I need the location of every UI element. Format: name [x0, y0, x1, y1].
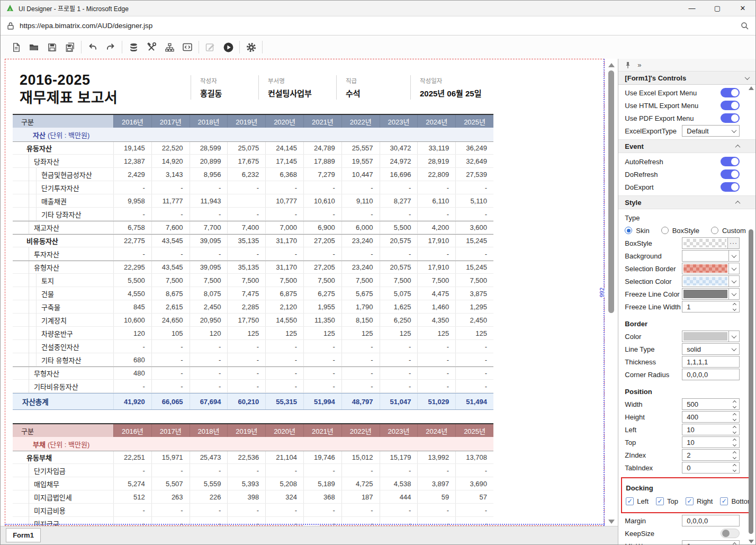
use-pdf-export-menu-toggle[interactable]: [721, 113, 740, 123]
open-file-button[interactable]: [25, 38, 43, 56]
close-button[interactable]: ✕: [730, 1, 755, 16]
chevron-down-icon[interactable]: [728, 263, 739, 274]
minw-spinner[interactable]: 0: [682, 540, 740, 545]
scroll-up-icon[interactable]: [608, 63, 615, 67]
boxstyle-color-picker[interactable]: ···: [682, 237, 740, 249]
left-spinner[interactable]: 10: [682, 424, 740, 435]
checkbox-right[interactable]: ✓: [686, 497, 694, 505]
thickness-input[interactable]: 1,1,1,1: [682, 356, 740, 368]
selection-color-color-picker[interactable]: [682, 275, 740, 287]
spinner-up-icon[interactable]: [732, 302, 736, 306]
pin-icon[interactable]: [625, 61, 631, 69]
design-canvas[interactable]: 2016-2025 재무제표 보고서 작성자 홍길동 부서명 컨설팅사업부 직급…: [1, 59, 618, 545]
canvas-scrollbar[interactable]: [607, 60, 615, 525]
spinner-up-icon[interactable]: [732, 425, 736, 429]
top-spinner[interactable]: 10: [682, 436, 740, 448]
panel-scrollbar[interactable]: [748, 86, 754, 543]
spinner-up-icon[interactable]: [732, 451, 736, 454]
run-button[interactable]: [219, 38, 237, 56]
spinner-down-icon[interactable]: [732, 468, 736, 471]
radio-skin[interactable]: [625, 227, 632, 234]
assets-table[interactable]: 구분2016년2017년2018년2019년2020년2021년2022년202…: [13, 114, 493, 410]
minimize-button[interactable]: —: [679, 1, 705, 16]
panel-header[interactable]: [Form1]'s Controls: [618, 72, 755, 85]
spinner-up-icon[interactable]: [732, 542, 736, 545]
background-color-picker[interactable]: [682, 250, 740, 262]
address-bar[interactable]: https://epa.bimatrix.com/AUD/designer.js…: [1, 16, 755, 35]
settings-button[interactable]: [242, 38, 260, 56]
spinner-down-icon[interactable]: [732, 442, 736, 446]
dorefresh-toggle[interactable]: [721, 169, 740, 179]
design-area[interactable]: 2016-2025 재무제표 보고서 작성자 홍길동 부서명 컨설팅사업부 직급…: [5, 59, 605, 526]
height-spinner[interactable]: 400: [682, 411, 740, 423]
spinner-buttons[interactable]: [730, 437, 739, 448]
scroll-up-icon[interactable]: [749, 86, 754, 90]
spinner-buttons[interactable]: [730, 399, 739, 409]
spinner-buttons[interactable]: [730, 462, 739, 473]
spinner-buttons[interactable]: [730, 541, 739, 545]
sitemap-button[interactable]: [160, 38, 178, 56]
scroll-down-icon[interactable]: [608, 520, 615, 524]
scrollbar-thumb[interactable]: [608, 70, 614, 313]
spinner-buttons[interactable]: [730, 424, 739, 435]
freeze-line-color-color-picker[interactable]: [682, 288, 740, 300]
line-type-select[interactable]: solid: [682, 343, 740, 355]
tools-button[interactable]: [142, 38, 160, 56]
chevron-down-icon[interactable]: [728, 331, 739, 342]
spinner-down-icon[interactable]: [732, 455, 736, 459]
spinner-buttons[interactable]: [730, 412, 739, 422]
selection-border-color-picker[interactable]: [682, 263, 740, 274]
tab-form1[interactable]: Form1: [6, 528, 41, 542]
spinner-down-icon[interactable]: [732, 404, 736, 408]
checkbox-top[interactable]: ✓: [656, 497, 664, 505]
radio-boxstyle[interactable]: [661, 227, 669, 234]
section-header-style[interactable]: Style: [618, 195, 755, 209]
chevron-down-icon[interactable]: [728, 251, 739, 261]
tabindex-spinner[interactable]: 0: [682, 462, 740, 473]
radio-custom[interactable]: [711, 227, 718, 234]
use-excel-export-menu-toggle[interactable]: [721, 88, 740, 97]
freeze-line-width-spinner[interactable]: 1: [682, 301, 740, 312]
section-header-event[interactable]: Event: [618, 139, 755, 153]
spinner-up-icon[interactable]: [732, 463, 736, 467]
spinner-buttons[interactable]: [730, 301, 739, 312]
spinner-up-icon[interactable]: [732, 413, 736, 416]
spinner-down-icon[interactable]: [732, 307, 736, 310]
keepsize-toggle[interactable]: [721, 529, 740, 538]
spinner-up-icon[interactable]: [732, 438, 736, 442]
spinner-buttons[interactable]: [730, 450, 739, 460]
checkbox-bottom[interactable]: ✓: [720, 497, 728, 505]
scrollbar-thumb[interactable]: [749, 229, 753, 534]
doexport-toggle[interactable]: [721, 182, 740, 192]
autorefresh-toggle[interactable]: [721, 157, 740, 166]
datasource-button[interactable]: [124, 38, 142, 56]
chevron-down-icon[interactable]: [728, 276, 739, 287]
save-as-button[interactable]: [61, 38, 79, 56]
zindex-spinner[interactable]: 2: [682, 449, 740, 461]
collapse-panel-icon[interactable]: »: [637, 61, 641, 69]
checkbox-left[interactable]: ✓: [626, 497, 634, 505]
maximize-button[interactable]: ▢: [705, 1, 730, 16]
scroll-down-icon[interactable]: [749, 540, 754, 543]
width-spinner[interactable]: 500: [682, 398, 740, 410]
url-text[interactable]: https://epa.bimatrix.com/AUD/designer.js…: [20, 22, 152, 30]
save-button[interactable]: [43, 38, 61, 56]
more-options-button[interactable]: ···: [727, 238, 739, 248]
spinner-up-icon[interactable]: [732, 400, 736, 404]
chevron-down-icon[interactable]: [728, 289, 739, 299]
table-cell: 5,274: [113, 477, 151, 490]
color-color-picker[interactable]: [682, 330, 740, 342]
liabilities-table[interactable]: 구분2016년2017년2018년2019년2020년2021년2022년202…: [13, 423, 493, 526]
use-html-export-menu-toggle[interactable]: [721, 101, 740, 110]
redo-button[interactable]: [102, 38, 120, 56]
edit-button[interactable]: [201, 38, 219, 56]
new-file-button[interactable]: [7, 38, 25, 56]
margin-input[interactable]: 0,0,0,0: [682, 515, 740, 526]
excelexporttype-select[interactable]: Default: [682, 125, 740, 137]
undo-button[interactable]: [84, 38, 102, 56]
spinner-down-icon[interactable]: [732, 417, 736, 421]
corner-radius-input[interactable]: 0,0,0,0: [682, 369, 740, 380]
code-view-button[interactable]: [178, 38, 196, 56]
spinner-down-icon[interactable]: [732, 430, 736, 433]
search-zoom-icon[interactable]: [741, 22, 749, 30]
